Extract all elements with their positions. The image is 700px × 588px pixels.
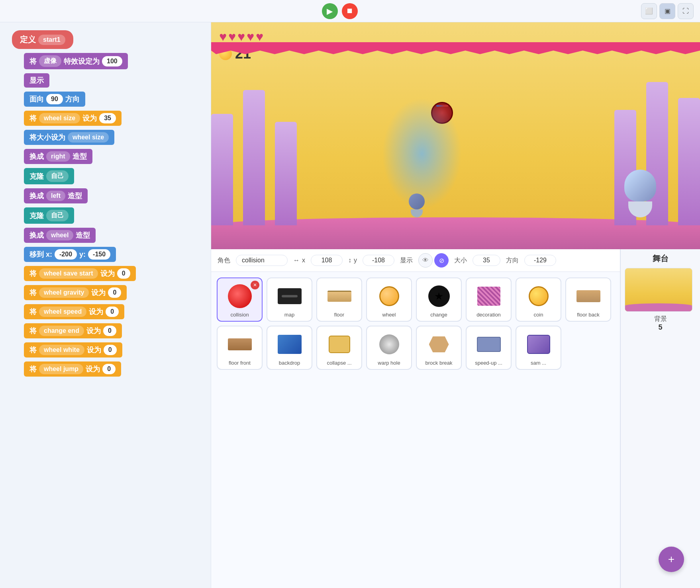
sprite-label-coin: coin: [534, 312, 543, 318]
block-effect-row: 将 虚像 特效设定为 100: [24, 53, 199, 69]
wheelsize-block[interactable]: 将 wheel size 设为 35: [24, 111, 122, 126]
block-changeend-row: 将 change end 设为 0: [24, 323, 199, 338]
role-name-input[interactable]: [236, 255, 288, 266]
block-moveto-row: 移到 x: -200 y: -150: [24, 247, 199, 262]
hide-button[interactable]: ⊘: [434, 253, 449, 268]
y-coord-input[interactable]: [363, 255, 394, 266]
b8-var: left: [46, 191, 65, 201]
b11-x[interactable]: -200: [55, 249, 77, 260]
b11-y[interactable]: -150: [88, 249, 110, 260]
sprite-img-backdrop: [276, 330, 304, 358]
b16-val[interactable]: 0: [104, 345, 117, 355]
changeend-block[interactable]: 将 change end 设为 0: [24, 323, 122, 338]
sprite-card-decoration[interactable]: decoration: [466, 277, 512, 322]
sprite-card-speed_up[interactable]: speed-up ...: [466, 326, 512, 370]
wheelspeed-block[interactable]: 将 wheel speed 设为 0: [24, 304, 124, 319]
wheelgravity-block[interactable]: 将 wheel gravity 设为 0: [24, 285, 127, 300]
sprite-label-warp_hole: warp hole: [378, 360, 400, 366]
sprite-card-collapse[interactable]: collapse ...: [316, 326, 362, 370]
sprite-img-floor_back: [575, 282, 602, 310]
show-button[interactable]: 👁: [418, 253, 433, 268]
b10-verb: 换成: [29, 231, 44, 240]
b14-action: 设为: [89, 307, 103, 316]
player-sprite: [620, 170, 660, 217]
block-costume-right-row: 换成 right 造型: [24, 149, 199, 164]
b4-val[interactable]: 35: [99, 113, 116, 123]
b8-verb: 换成: [29, 191, 44, 201]
define-name: start1: [38, 35, 65, 45]
sprite-label-floor: floor: [334, 312, 344, 318]
face-block[interactable]: 面向 90 方向: [24, 92, 85, 107]
x-coord-input[interactable]: [311, 255, 343, 266]
sprite-card-wheel[interactable]: wheel: [366, 277, 412, 322]
view-split-button[interactable]: ▣: [659, 3, 675, 19]
clone2-block[interactable]: 克隆 自己: [24, 207, 74, 224]
sprite-card-floor_back[interactable]: floor back: [565, 277, 611, 322]
b3-val[interactable]: 90: [46, 94, 63, 104]
b12-action: 设为: [100, 269, 115, 278]
stage-thumbnail[interactable]: [625, 268, 692, 312]
costume-left-block[interactable]: 换成 left 造型: [24, 188, 88, 203]
sprite-label-backdrop: backdrop: [279, 360, 300, 366]
sprite-card-sam[interactable]: sam ...: [516, 326, 561, 370]
moveto-block[interactable]: 移到 x: -200 y: -150: [24, 247, 116, 262]
direction-input[interactable]: [524, 255, 556, 266]
sprite-info-bar: 角色 ↔ x ↕ y 显示 👁 ⊘: [211, 249, 620, 272]
b15-verb: 将: [29, 326, 37, 336]
b15-action: 设为: [86, 326, 101, 336]
small-player-sprite: [407, 193, 427, 217]
b1-val[interactable]: 100: [102, 56, 122, 66]
b17-val[interactable]: 0: [102, 364, 116, 374]
wheelstart-block[interactable]: 将 wheel save start 设为 0: [24, 266, 136, 281]
stop-button[interactable]: ⏹: [342, 3, 358, 19]
x-label: x: [302, 257, 305, 264]
pillar-2: [243, 90, 265, 225]
b17-action: 设为: [86, 364, 100, 374]
sprite-card-coin[interactable]: coin: [516, 277, 561, 322]
green-flag-button[interactable]: ▶: [322, 3, 338, 19]
sprite-card-map[interactable]: map: [267, 277, 312, 322]
sprite-img-brock_break: [425, 330, 453, 358]
sprite-card-backdrop[interactable]: backdrop: [267, 326, 312, 370]
sprite-label-brock_break: brock break: [425, 360, 453, 366]
view-controls: ⬜ ▣ ⛶: [641, 3, 694, 19]
setsize-block[interactable]: 将大小设为 wheel size: [24, 130, 114, 145]
costume-right-block[interactable]: 换成 right 造型: [24, 149, 92, 164]
sprite-card-warp_hole[interactable]: warp hole: [366, 326, 412, 370]
stage-thumb-bg: [625, 268, 692, 311]
sprite-card-floor[interactable]: floor: [316, 277, 362, 322]
b10-var: wheel: [46, 230, 73, 240]
sprite-img-sam: [525, 330, 553, 358]
b11-verb: 移到 x:: [29, 250, 52, 259]
b15-val[interactable]: 0: [103, 326, 116, 336]
define-block[interactable]: 定义 start1: [12, 30, 73, 49]
role-label: 角色: [218, 256, 230, 265]
add-sprite-button[interactable]: +: [659, 547, 684, 572]
costume-wheel-block[interactable]: 换成 wheel 造型: [24, 228, 96, 243]
sprite-card-change[interactable]: ★change: [416, 277, 462, 322]
clone1-block[interactable]: 克隆 自己: [24, 168, 74, 184]
view-fullscreen-button[interactable]: ⛶: [678, 3, 694, 19]
sprite-card-collision[interactable]: ✕collision: [217, 277, 263, 322]
size-input[interactable]: [473, 255, 500, 266]
wheelwhite-block[interactable]: 将 wheel white 设为 0: [24, 342, 122, 357]
effect-block[interactable]: 将 虚像 特效设定为 100: [24, 53, 128, 69]
b13-var: wheel gravity: [39, 287, 89, 298]
sprite-delete-collision[interactable]: ✕: [251, 281, 259, 289]
b13-val[interactable]: 0: [108, 287, 121, 298]
view-code-button[interactable]: ⬜: [641, 3, 657, 19]
show-block[interactable]: 显示: [24, 73, 49, 88]
b17-var: wheel jump: [39, 364, 83, 374]
b14-val[interactable]: 0: [106, 307, 119, 317]
sprite-card-brock_break[interactable]: brock break: [416, 326, 462, 370]
dir-label: 方向: [506, 256, 519, 265]
sprite-img-warp_hole: [375, 330, 403, 358]
b12-val[interactable]: 0: [117, 268, 130, 279]
sprite-img-decoration: [475, 282, 503, 310]
b3-label: 面向: [29, 94, 44, 104]
wheeljump-block[interactable]: 将 wheel jump 设为 0: [24, 361, 121, 377]
b6-suffix: 造型: [73, 152, 87, 161]
block-wheeljump-row: 将 wheel jump 设为 0: [24, 361, 199, 377]
show-label: 显示: [400, 256, 413, 265]
sprite-card-floor_front[interactable]: floor front: [217, 326, 263, 370]
